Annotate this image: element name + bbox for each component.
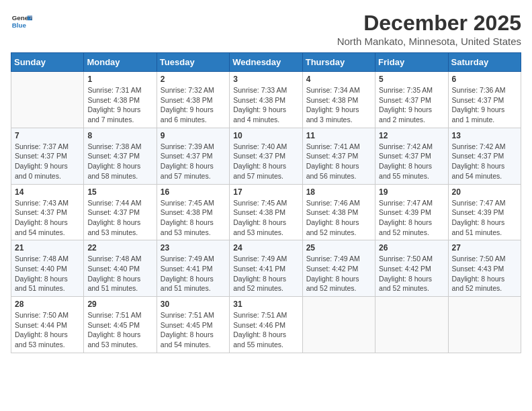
calendar-table: SundayMondayTuesdayWednesdayThursdayFrid… [11, 52, 521, 353]
day-info: Sunrise: 7:50 AMSunset: 4:43 PMDaylight:… [452, 254, 517, 293]
day-info: Sunrise: 7:35 AMSunset: 4:37 PMDaylight:… [379, 85, 444, 125]
calendar-cell: 4Sunrise: 7:34 AMSunset: 4:38 PMDaylight… [302, 72, 375, 128]
day-info: Sunrise: 7:49 AMSunset: 4:41 PMDaylight:… [161, 254, 226, 293]
day-number: 24 [233, 243, 298, 253]
calendar-week-4: 21Sunrise: 7:48 AMSunset: 4:40 PMDayligh… [11, 240, 521, 297]
day-info: Sunrise: 7:51 AMSunset: 4:45 PMDaylight:… [87, 310, 152, 350]
day-info: Sunrise: 7:46 AMSunset: 4:38 PMDaylight:… [306, 198, 371, 238]
calendar-cell: 7Sunrise: 7:37 AMSunset: 4:37 PMDaylight… [11, 128, 84, 184]
header-day-friday: Friday [375, 53, 448, 72]
calendar-cell: 15Sunrise: 7:44 AMSunset: 4:37 PMDayligh… [84, 184, 157, 240]
calendar-cell: 6Sunrise: 7:36 AMSunset: 4:37 PMDaylight… [448, 72, 521, 128]
day-number: 25 [306, 243, 371, 253]
calendar-cell: 2Sunrise: 7:32 AMSunset: 4:38 PMDaylight… [157, 72, 229, 128]
day-number: 21 [15, 243, 80, 253]
day-info: Sunrise: 7:33 AMSunset: 4:38 PMDaylight:… [233, 85, 298, 125]
day-info: Sunrise: 7:48 AMSunset: 4:40 PMDaylight:… [15, 254, 80, 293]
day-info: Sunrise: 7:36 AMSunset: 4:37 PMDaylight:… [452, 85, 517, 125]
calendar-subtitle: North Mankato, Minnesota, United States [337, 36, 521, 47]
title-block: December 2025 North Mankato, Minnesota, … [337, 11, 521, 47]
calendar-cell: 10Sunrise: 7:40 AMSunset: 4:37 PMDayligh… [230, 128, 302, 184]
day-info: Sunrise: 7:31 AMSunset: 4:38 PMDaylight:… [87, 85, 152, 125]
header-day-saturday: Saturday [448, 53, 521, 72]
day-number: 4 [306, 75, 371, 84]
day-number: 9 [161, 131, 226, 140]
day-info: Sunrise: 7:47 AMSunset: 4:39 PMDaylight:… [452, 198, 517, 238]
calendar-cell: 24Sunrise: 7:49 AMSunset: 4:41 PMDayligh… [230, 240, 302, 297]
day-number: 15 [87, 187, 152, 197]
day-info: Sunrise: 7:40 AMSunset: 4:37 PMDaylight:… [233, 142, 298, 181]
day-number: 12 [379, 131, 444, 140]
calendar-cell: 29Sunrise: 7:51 AMSunset: 4:45 PMDayligh… [84, 297, 157, 353]
day-number: 20 [452, 187, 517, 197]
day-info: Sunrise: 7:42 AMSunset: 4:37 PMDaylight:… [452, 142, 517, 181]
day-info: Sunrise: 7:50 AMSunset: 4:42 PMDaylight:… [379, 254, 444, 293]
day-number: 2 [161, 75, 226, 84]
calendar-body: 1Sunrise: 7:31 AMSunset: 4:38 PMDaylight… [11, 72, 521, 353]
day-number: 8 [87, 131, 152, 140]
calendar-title: December 2025 [337, 11, 521, 36]
calendar-cell: 13Sunrise: 7:42 AMSunset: 4:37 PMDayligh… [448, 128, 521, 184]
logo-icon: General Blue [11, 11, 32, 32]
calendar-cell: 1Sunrise: 7:31 AMSunset: 4:38 PMDaylight… [84, 72, 157, 128]
header-day-monday: Monday [84, 53, 157, 72]
day-info: Sunrise: 7:45 AMSunset: 4:38 PMDaylight:… [161, 198, 226, 238]
day-info: Sunrise: 7:47 AMSunset: 4:39 PMDaylight:… [379, 198, 444, 238]
calendar-cell: 28Sunrise: 7:50 AMSunset: 4:44 PMDayligh… [11, 297, 84, 353]
day-info: Sunrise: 7:51 AMSunset: 4:45 PMDaylight:… [161, 310, 226, 350]
day-number: 18 [306, 187, 371, 197]
calendar-cell: 30Sunrise: 7:51 AMSunset: 4:45 PMDayligh… [157, 297, 229, 353]
day-info: Sunrise: 7:37 AMSunset: 4:37 PMDaylight:… [15, 142, 80, 181]
day-number: 31 [233, 300, 298, 309]
day-number: 17 [233, 187, 298, 197]
header-day-thursday: Thursday [302, 53, 375, 72]
calendar-cell [448, 297, 521, 353]
calendar-cell: 27Sunrise: 7:50 AMSunset: 4:43 PMDayligh… [448, 240, 521, 297]
calendar-cell [11, 72, 84, 128]
calendar-cell: 19Sunrise: 7:47 AMSunset: 4:39 PMDayligh… [375, 184, 448, 240]
day-info: Sunrise: 7:49 AMSunset: 4:42 PMDaylight:… [306, 254, 371, 293]
day-info: Sunrise: 7:51 AMSunset: 4:46 PMDaylight:… [233, 310, 298, 350]
calendar-cell: 9Sunrise: 7:39 AMSunset: 4:37 PMDaylight… [157, 128, 229, 184]
header-day-tuesday: Tuesday [157, 53, 229, 72]
day-number: 5 [379, 75, 444, 84]
calendar-week-2: 7Sunrise: 7:37 AMSunset: 4:37 PMDaylight… [11, 128, 521, 184]
calendar-cell: 20Sunrise: 7:47 AMSunset: 4:39 PMDayligh… [448, 184, 521, 240]
header-day-sunday: Sunday [11, 53, 84, 72]
day-info: Sunrise: 7:43 AMSunset: 4:37 PMDaylight:… [15, 198, 80, 238]
calendar-week-3: 14Sunrise: 7:43 AMSunset: 4:37 PMDayligh… [11, 184, 521, 240]
calendar-week-5: 28Sunrise: 7:50 AMSunset: 4:44 PMDayligh… [11, 297, 521, 353]
day-number: 30 [161, 300, 226, 309]
calendar-cell: 16Sunrise: 7:45 AMSunset: 4:38 PMDayligh… [157, 184, 229, 240]
calendar-cell: 11Sunrise: 7:41 AMSunset: 4:37 PMDayligh… [302, 128, 375, 184]
calendar-cell: 12Sunrise: 7:42 AMSunset: 4:37 PMDayligh… [375, 128, 448, 184]
day-number: 26 [379, 243, 444, 253]
day-info: Sunrise: 7:38 AMSunset: 4:37 PMDaylight:… [87, 142, 152, 181]
day-number: 28 [15, 300, 80, 309]
calendar-cell: 17Sunrise: 7:45 AMSunset: 4:38 PMDayligh… [230, 184, 302, 240]
day-number: 22 [87, 243, 152, 253]
calendar-cell: 21Sunrise: 7:48 AMSunset: 4:40 PMDayligh… [11, 240, 84, 297]
calendar-header: SundayMondayTuesdayWednesdayThursdayFrid… [11, 53, 521, 72]
calendar-cell [302, 297, 375, 353]
calendar-week-1: 1Sunrise: 7:31 AMSunset: 4:38 PMDaylight… [11, 72, 521, 128]
calendar-cell [375, 297, 448, 353]
calendar-cell: 31Sunrise: 7:51 AMSunset: 4:46 PMDayligh… [230, 297, 302, 353]
day-number: 23 [161, 243, 226, 253]
day-info: Sunrise: 7:50 AMSunset: 4:44 PMDaylight:… [15, 310, 80, 350]
calendar-cell: 26Sunrise: 7:50 AMSunset: 4:42 PMDayligh… [375, 240, 448, 297]
day-info: Sunrise: 7:32 AMSunset: 4:38 PMDaylight:… [161, 85, 226, 125]
day-info: Sunrise: 7:48 AMSunset: 4:40 PMDaylight:… [87, 254, 152, 293]
calendar-cell: 3Sunrise: 7:33 AMSunset: 4:38 PMDaylight… [230, 72, 302, 128]
day-number: 29 [87, 300, 152, 309]
page-header: General Blue December 2025 North Mankato… [11, 11, 521, 47]
calendar-cell: 5Sunrise: 7:35 AMSunset: 4:37 PMDaylight… [375, 72, 448, 128]
day-number: 27 [452, 243, 517, 253]
header-row: SundayMondayTuesdayWednesdayThursdayFrid… [11, 53, 521, 72]
day-number: 16 [161, 187, 226, 197]
day-number: 6 [452, 75, 517, 84]
day-number: 7 [15, 131, 80, 140]
calendar-cell: 8Sunrise: 7:38 AMSunset: 4:37 PMDaylight… [84, 128, 157, 184]
calendar-cell: 14Sunrise: 7:43 AMSunset: 4:37 PMDayligh… [11, 184, 84, 240]
day-number: 3 [233, 75, 298, 84]
